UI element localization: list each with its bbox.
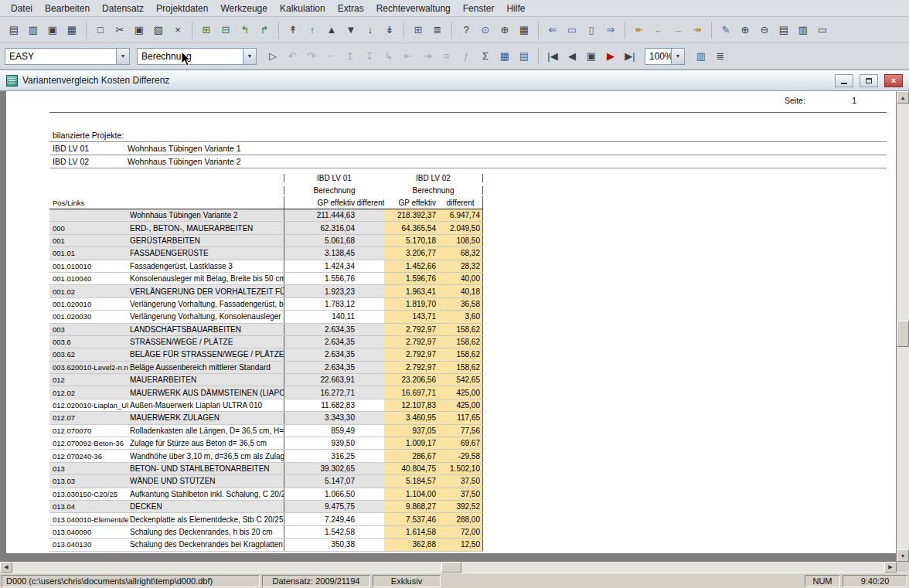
chevron-down-icon[interactable]: ▼ [116,49,129,64]
print-icon[interactable]: ≣ [428,21,447,39]
redo-icon[interactable]: ↷ [302,47,321,66]
horizontal-scroll-thumb[interactable] [441,562,461,573]
horizontal-scroll-track[interactable] [12,562,884,573]
menu-item-extras[interactable]: Extras [332,2,370,15]
save-list-icon[interactable]: ▯ [582,21,601,39]
shift-left-icon[interactable]: ⇤ [399,47,417,66]
menu-item-datei[interactable]: Datei [5,2,39,15]
demote-icon[interactable]: ↱ [255,21,274,39]
page-layout-icon[interactable]: ▥ [794,21,812,39]
edit-report-icon[interactable]: ▷ [264,47,282,66]
export-icon[interactable]: ⇒ [601,21,620,39]
chevron-down-icon[interactable]: ▼ [671,49,684,64]
profile-combo[interactable]: EASY ▼ [5,48,130,65]
export-page-icon[interactable]: ▥ [692,47,710,66]
list-icon[interactable]: ≡ [437,47,456,66]
calculator-icon[interactable]: ⊞ [409,21,427,39]
vertical-scroll-track[interactable] [897,104,909,549]
import-icon[interactable]: ⇐ [543,21,562,39]
scroll-down-icon[interactable]: ▼ [897,549,909,562]
document-view-icon[interactable]: ▭ [813,21,832,39]
last-page-icon[interactable]: ▶| [621,47,639,66]
diff-header-lv02: different [438,196,483,209]
chart-icon[interactable]: ▦ [495,47,514,66]
move-up-icon[interactable]: ▲ [322,21,341,39]
vertical-scroll-thumb[interactable] [897,321,909,347]
copy-report-icon[interactable]: ▣ [582,47,601,66]
scroll-up-icon[interactable]: ▲ [897,91,909,104]
menu-item-bearbeiten[interactable]: Bearbeiten [39,2,96,15]
chevron-down-icon[interactable]: ▼ [243,49,256,64]
desc-cell: DECKEN [128,501,284,512]
scroll-right-icon[interactable]: ▶ [884,562,897,573]
minimize-button[interactable] [835,74,853,87]
copy-icon[interactable]: ▣ [130,21,148,39]
vertical-scrollbar[interactable]: ▲ ▼ [897,91,909,562]
page-preview-icon[interactable]: ▤ [775,21,793,39]
insert-child-icon[interactable]: ↳ [380,47,398,66]
zoom-window-icon[interactable]: ⊕ [495,21,514,39]
zoom-in-icon[interactable]: ⊕ [736,21,754,39]
insert-above-icon[interactable]: ↥ [341,47,359,66]
move-down-icon[interactable]: ▼ [342,21,360,39]
new-project-icon[interactable]: ▤ [5,21,23,39]
page-number-row: Seite: 1 [6,91,896,107]
jump-prev-icon[interactable]: ← [649,21,668,39]
report-combo[interactable]: Berechnung ▼ [137,48,257,65]
close-project-icon[interactable]: ▣ [43,21,62,39]
open-list-icon[interactable]: ▭ [563,21,581,39]
table-view-icon[interactable]: ▦ [515,21,533,39]
status-bar: D000 (c:\users\chris\documents\allright\… [0,573,909,588]
d2-cell: -29,58 [438,450,483,461]
table-report-icon[interactable]: ▤ [515,47,533,66]
help-icon[interactable]: ? [457,21,475,39]
insert-below-icon[interactable]: ↧ [360,47,379,66]
insert-record-icon[interactable]: ⊞ [197,21,216,39]
edit-icon[interactable]: ✎ [717,21,735,39]
first-page-icon[interactable]: |◀ [543,47,562,66]
new-record-icon[interactable]: □ [91,21,110,39]
d1-cell [357,526,384,538]
move-pageup-icon[interactable]: ↑ [303,21,322,39]
move-pagedown-icon[interactable]: ↓ [361,21,380,39]
move-bottom-icon[interactable]: ↡ [380,21,399,39]
search-icon[interactable]: ⊙ [476,21,495,39]
menu-item-hilfe[interactable]: Hilfe [500,2,531,15]
menu-item-fenster[interactable]: Fenster [457,2,501,15]
menu-item-werkzeuge[interactable]: Werkzeuge [214,2,273,15]
jump-first-icon[interactable]: ↞ [630,21,649,39]
print-report-icon[interactable]: ≣ [711,47,730,66]
open-project-icon[interactable]: ▥ [24,21,43,39]
restore-button[interactable] [860,74,878,87]
undo-icon[interactable]: ↶ [283,47,301,66]
insert-subrecord-icon[interactable]: ⊟ [216,21,235,39]
shift-right-icon[interactable]: ⇥ [418,47,437,66]
gp1-cell: 350,38 [284,539,357,550]
promote-icon[interactable]: ↰ [236,21,254,39]
delete-icon[interactable]: × [169,21,187,39]
sum-icon[interactable]: Σ [476,47,495,66]
cut-icon[interactable]: ✂ [111,21,129,39]
menu-item-datensatz[interactable]: Datensatz [96,2,150,15]
desc-cell: Fassadengerüst, Lastklasse 3 [128,260,284,272]
desc-cell: Wandhöhe über 3,10 m, d=36,5 cm als Zula… [128,450,284,461]
paste-icon[interactable]: ▨ [149,21,168,39]
zoom-out-icon[interactable]: ⊖ [755,21,774,39]
start-report-icon[interactable]: ▶ [601,47,620,66]
remove-row-icon[interactable]: − [322,47,340,66]
gp1-cell: 316,25 [284,450,357,461]
menu-item-rechteverwaltung[interactable]: Rechteverwaltung [370,2,457,15]
menu-item-kalkulation[interactable]: Kalkulation [274,2,332,15]
prev-page-icon[interactable]: ◀ [563,47,581,66]
close-button[interactable]: × [884,74,903,87]
scroll-left-icon[interactable]: ◀ [0,562,12,573]
menu-item-projektdaten[interactable]: Projektdaten [150,2,214,15]
zoom-combo[interactable]: 100% ▼ [645,48,685,65]
jump-last-icon[interactable]: ↠ [688,21,706,39]
move-top-icon[interactable]: ↟ [284,21,302,39]
jump-next-icon[interactable]: → [669,21,687,39]
horizontal-scrollbar[interactable]: ◀ ▶ [0,562,897,573]
gp1-cell: 7.249,46 [284,513,357,525]
formula-icon[interactable]: ƒ [457,47,475,66]
project-data-icon[interactable]: ▦ [63,21,81,39]
